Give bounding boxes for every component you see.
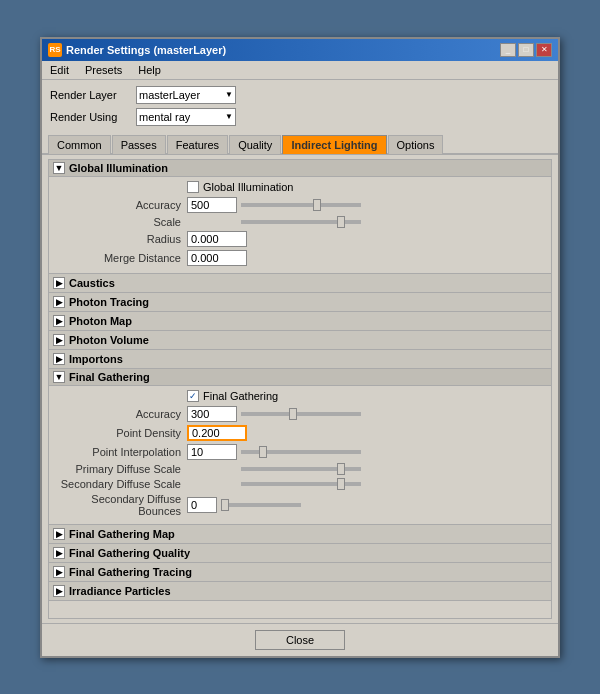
caustics-header[interactable]: ▶ Caustics <box>49 274 551 292</box>
gi-accuracy-slider[interactable] <box>241 203 361 207</box>
render-layer-arrow: ▼ <box>225 90 233 99</box>
photon-volume-header[interactable]: ▶ Photon Volume <box>49 331 551 349</box>
fg-point-interpolation-slider[interactable] <box>241 450 361 454</box>
irradiance-particles-section: ▶ Irradiance Particles <box>49 582 551 601</box>
irradiance-particles-title: Irradiance Particles <box>69 585 171 597</box>
fg-quality-header[interactable]: ▶ Final Gathering Quality <box>49 544 551 562</box>
gi-checkbox-row: Global Illumination <box>57 181 543 193</box>
render-using-arrow: ▼ <box>225 112 233 121</box>
fg-tracing-expand-btn[interactable]: ▶ <box>53 566 65 578</box>
photon-volume-title: Photon Volume <box>69 334 149 346</box>
tab-indirect-lighting[interactable]: Indirect Lighting <box>282 135 386 154</box>
global-illumination-header[interactable]: ▼ Global Illumination <box>49 160 551 177</box>
final-gathering-header[interactable]: ▼ Final Gathering <box>49 369 551 386</box>
photon-tracing-expand-btn[interactable]: ▶ <box>53 296 65 308</box>
content-area: ▼ Global Illumination Global Illuminatio… <box>48 159 552 619</box>
fg-map-title: Final Gathering Map <box>69 528 175 540</box>
render-using-select[interactable]: mental ray ▼ <box>136 108 236 126</box>
fg-quality-section: ▶ Final Gathering Quality <box>49 544 551 563</box>
gi-expand-btn[interactable]: ▼ <box>53 162 65 174</box>
fg-checkbox-row: ✓ Final Gathering <box>57 390 543 402</box>
fg-point-interpolation-label: Point Interpolation <box>57 446 187 458</box>
fg-secondary-bounces-slider[interactable] <box>221 503 301 507</box>
render-layer-select[interactable]: masterLayer ▼ <box>136 86 236 104</box>
photon-map-header[interactable]: ▶ Photon Map <box>49 312 551 330</box>
gi-accuracy-row: Accuracy <box>57 197 543 213</box>
gi-checkbox-label: Global Illumination <box>203 181 294 193</box>
gi-radius-label: Radius <box>57 233 187 245</box>
minimize-button[interactable]: _ <box>500 43 516 57</box>
irradiance-particles-header[interactable]: ▶ Irradiance Particles <box>49 582 551 600</box>
render-layer-row: Render Layer masterLayer ▼ <box>50 86 550 104</box>
tab-quality[interactable]: Quality <box>229 135 281 154</box>
photon-tracing-section: ▶ Photon Tracing <box>49 293 551 312</box>
gi-scale-slider[interactable] <box>241 220 361 224</box>
close-window-button[interactable]: ✕ <box>536 43 552 57</box>
fg-expand-btn[interactable]: ▼ <box>53 371 65 383</box>
menu-edit[interactable]: Edit <box>46 63 73 77</box>
fg-secondary-bounces-input[interactable] <box>187 497 217 513</box>
gi-title: Global Illumination <box>69 162 168 174</box>
photon-map-section: ▶ Photon Map <box>49 312 551 331</box>
title-bar-left: RS Render Settings (masterLayer) <box>48 43 226 57</box>
photon-map-expand-btn[interactable]: ▶ <box>53 315 65 327</box>
photon-tracing-header[interactable]: ▶ Photon Tracing <box>49 293 551 311</box>
fg-map-header[interactable]: ▶ Final Gathering Map <box>49 525 551 543</box>
app-icon: RS <box>48 43 62 57</box>
menu-presets[interactable]: Presets <box>81 63 126 77</box>
gi-merge-distance-label: Merge Distance <box>57 252 187 264</box>
caustics-expand-btn[interactable]: ▶ <box>53 277 65 289</box>
irradiance-particles-expand-btn[interactable]: ▶ <box>53 585 65 597</box>
gi-accuracy-label: Accuracy <box>57 199 187 211</box>
fg-primary-diffuse-slider[interactable] <box>241 467 361 471</box>
render-layer-label: Render Layer <box>50 89 130 101</box>
gi-radius-input[interactable] <box>187 231 247 247</box>
photon-map-title: Photon Map <box>69 315 132 327</box>
fg-quality-expand-btn[interactable]: ▶ <box>53 547 65 559</box>
tab-features[interactable]: Features <box>167 135 228 154</box>
gi-merge-distance-row: Merge Distance <box>57 250 543 266</box>
gi-content: Global Illumination Accuracy Scale <box>49 177 551 273</box>
global-illumination-section: ▼ Global Illumination Global Illuminatio… <box>49 160 551 274</box>
fg-secondary-diffuse-slider[interactable] <box>241 482 361 486</box>
fg-checkbox[interactable]: ✓ <box>187 390 199 402</box>
gi-checkbox[interactable] <box>187 181 199 193</box>
tab-options[interactable]: Options <box>388 135 444 154</box>
photon-volume-expand-btn[interactable]: ▶ <box>53 334 65 346</box>
fg-accuracy-input[interactable] <box>187 406 237 422</box>
tab-common[interactable]: Common <box>48 135 111 154</box>
fg-point-interpolation-input[interactable] <box>187 444 237 460</box>
fg-map-section: ▶ Final Gathering Map <box>49 525 551 544</box>
fg-map-expand-btn[interactable]: ▶ <box>53 528 65 540</box>
importons-expand-btn[interactable]: ▶ <box>53 353 65 365</box>
close-btn-row: Close <box>42 623 558 656</box>
fg-title: Final Gathering <box>69 371 150 383</box>
fg-secondary-diffuse-label: Secondary Diffuse Scale <box>57 478 187 490</box>
maximize-button[interactable]: □ <box>518 43 534 57</box>
fg-checkbox-label: Final Gathering <box>203 390 278 402</box>
tab-passes[interactable]: Passes <box>112 135 166 154</box>
fg-point-density-input[interactable] <box>187 425 247 441</box>
gi-accuracy-input[interactable] <box>187 197 237 213</box>
fg-content: ✓ Final Gathering Accuracy Point Density <box>49 386 551 524</box>
fg-accuracy-slider[interactable] <box>241 412 361 416</box>
menu-help[interactable]: Help <box>134 63 165 77</box>
render-using-label: Render Using <box>50 111 130 123</box>
title-bar: RS Render Settings (masterLayer) _ □ ✕ <box>42 39 558 61</box>
photon-volume-section: ▶ Photon Volume <box>49 331 551 350</box>
gi-merge-distance-input[interactable] <box>187 250 247 266</box>
caustics-section: ▶ Caustics <box>49 274 551 293</box>
window-title: Render Settings (masterLayer) <box>66 44 226 56</box>
render-layer-value: masterLayer <box>139 89 200 101</box>
close-button[interactable]: Close <box>255 630 345 650</box>
gi-scale-label: Scale <box>57 216 187 228</box>
fg-point-density-label: Point Density <box>57 427 187 439</box>
importons-header[interactable]: ▶ Importons <box>49 350 551 368</box>
final-gathering-section: ▼ Final Gathering ✓ Final Gathering Accu… <box>49 369 551 525</box>
fg-tracing-header[interactable]: ▶ Final Gathering Tracing <box>49 563 551 581</box>
fg-secondary-bounces-row: Secondary Diffuse Bounces <box>57 493 543 517</box>
caustics-title: Caustics <box>69 277 115 289</box>
title-buttons: _ □ ✕ <box>500 43 552 57</box>
fg-primary-diffuse-row: Primary Diffuse Scale <box>57 463 543 475</box>
fg-quality-title: Final Gathering Quality <box>69 547 190 559</box>
